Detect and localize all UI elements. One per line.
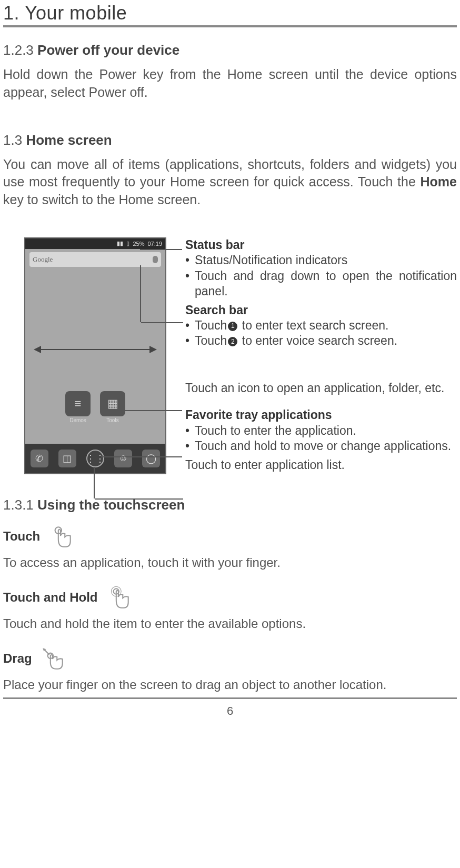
leader-line: [140, 265, 182, 322]
search-placeholder: Google: [33, 255, 53, 264]
gesture-touch-desc: To access an application, touch it with …: [3, 555, 457, 570]
browser-icon: ◯: [142, 450, 160, 467]
drag-gesture-icon: [39, 645, 67, 672]
heading-number: 1.3: [3, 132, 22, 148]
marker-1-icon: 1: [228, 322, 237, 331]
gesture-label: Touch and Hold: [3, 590, 98, 605]
swipe-arrow-icon: [35, 349, 156, 350]
hold-gesture-icon: [105, 584, 133, 611]
marker-2-icon: 2: [228, 337, 237, 346]
heading-number: 1.3.1: [3, 497, 34, 513]
page-title: 1. Your mobile: [3, 2, 457, 27]
callout-search-bar: Search bar Touch1 to enter text search s…: [185, 303, 457, 349]
gesture-label: Drag: [3, 651, 32, 666]
phone-status-bar: ▮▮ ▯ 25% 07:19: [25, 238, 165, 249]
gesture-hold-desc: Touch and hold the item to enter the ava…: [3, 616, 457, 631]
phone-mid-icons: ≡ Demos ▦ Tools: [25, 391, 165, 423]
apps-icon: ⋮⋮: [86, 450, 104, 467]
phone-icon: ✆: [31, 450, 48, 467]
heading-text: Power off your device: [37, 42, 179, 58]
leader-line: [107, 410, 182, 411]
callout-app-list: Touch to enter application list.: [185, 457, 457, 473]
callout-icon: Touch an icon to open an application, fo…: [185, 381, 457, 396]
leader-line: [140, 249, 182, 250]
leader-line: [94, 467, 95, 498]
tools-icon: ▦: [100, 391, 125, 416]
heading-text: Home screen: [26, 132, 112, 148]
mic-icon: [153, 256, 158, 263]
battery-icon: ▯: [126, 240, 129, 247]
heading-1-2-3: 1.2.3 Power off your device: [3, 42, 457, 58]
leader-line: [101, 456, 182, 457]
phone-search-bar: Google: [29, 252, 161, 267]
gesture-label: Touch: [3, 529, 40, 544]
clock-text: 07:19: [147, 241, 162, 247]
page-number: 6: [3, 699, 457, 723]
heading-1-3: 1.3 Home screen: [3, 132, 457, 148]
heading-number: 1.2.3: [3, 42, 34, 58]
gesture-drag-desc: Place your finger on the screen to drag …: [3, 677, 457, 692]
home-screen-diagram: ▮▮ ▯ 25% 07:19 Google ≡ Demos ▦ Tools: [3, 230, 457, 476]
gesture-touch-row: Touch: [3, 523, 457, 550]
signal-icon: ▮▮: [117, 240, 123, 247]
battery-percent: 25%: [133, 241, 144, 247]
paragraph-home-screen: You can move all of items (applications,…: [3, 156, 457, 209]
messaging-icon: ☺: [114, 450, 132, 467]
heading-1-3-1: 1.3.1 Using the touchscreen: [3, 497, 457, 513]
demos-icon: ≡: [65, 391, 91, 416]
gesture-drag-row: Drag: [3, 645, 457, 672]
gesture-hold-row: Touch and Hold: [3, 584, 457, 611]
callout-favorite-tray: Favorite tray applications Touch to ente…: [185, 407, 457, 454]
paragraph-power-off: Hold down the Power key from the Home sc…: [3, 66, 457, 102]
contacts-icon: ◫: [58, 450, 76, 467]
touch-gesture-icon: [47, 523, 75, 550]
callout-status-bar: Status bar Status/Notification indicator…: [185, 237, 457, 300]
phone-dock: ✆ ◫ ⋮⋮ ☺ ◯: [25, 444, 165, 473]
